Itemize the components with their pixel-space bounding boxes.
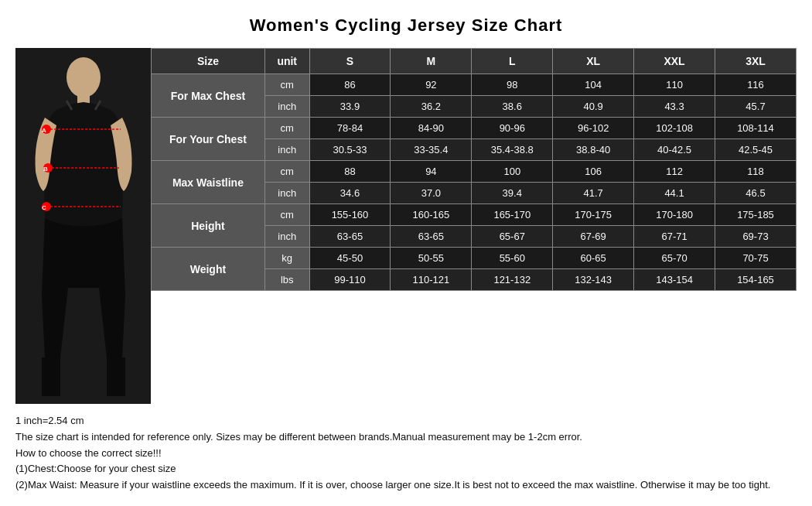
- unit-cell-1-0: cm: [264, 118, 309, 139]
- data-cell-2-1-1: 37.0: [391, 183, 472, 204]
- data-cell-0-1-3: 40.9: [553, 96, 634, 118]
- data-cell-4-0-5: 70-75: [715, 248, 797, 269]
- data-cell-1-1-5: 42.5-45: [715, 139, 797, 161]
- data-cell-4-1-2: 121-132: [472, 269, 553, 291]
- data-cell-0-0-2: 98: [472, 74, 553, 96]
- data-cell-0-0-1: 92: [391, 74, 472, 96]
- header-l: L: [472, 49, 553, 74]
- header-xl: XL: [553, 49, 634, 74]
- row-label-2: Max Waistline: [152, 161, 265, 204]
- unit-cell-4-1: lbs: [264, 269, 309, 291]
- row-label-1: For Your Chest: [152, 118, 265, 161]
- data-cell-4-0-3: 60-65: [553, 248, 634, 269]
- data-cell-1-0-5: 108-114: [715, 118, 797, 139]
- data-cell-1-1-3: 38.8-40: [553, 139, 634, 161]
- data-cell-0-1-4: 43.3: [634, 96, 715, 118]
- unit-cell-2-0: cm: [264, 161, 309, 183]
- data-cell-2-0-5: 118: [715, 161, 797, 183]
- header-s: S: [309, 49, 391, 74]
- data-cell-4-1-4: 143-154: [634, 269, 715, 291]
- data-cell-3-1-3: 67-69: [553, 226, 634, 248]
- size-table: Size unit S M L XL XXL 3XL For Max Chest…: [151, 48, 797, 291]
- note-line: (2)Max Waist: Measure if your waistline …: [15, 477, 797, 494]
- data-cell-4-1-5: 154-165: [715, 269, 797, 291]
- data-cell-0-0-3: 104: [553, 74, 634, 96]
- data-cell-4-1-0: 99-110: [309, 269, 391, 291]
- data-cell-0-1-0: 33.9: [309, 96, 391, 118]
- unit-cell-0-1: inch: [264, 96, 309, 118]
- data-cell-3-1-2: 65-67: [472, 226, 553, 248]
- data-cell-2-0-3: 106: [553, 161, 634, 183]
- unit-cell-3-0: cm: [264, 204, 309, 226]
- note-line: How to choose the correct size!!!: [15, 446, 797, 462]
- data-cell-3-1-5: 69-73: [715, 226, 797, 248]
- data-cell-3-0-5: 175-185: [715, 204, 797, 226]
- data-cell-4-1-1: 110-121: [391, 269, 472, 291]
- svg-text:C: C: [42, 204, 46, 211]
- data-cell-2-0-0: 88: [309, 161, 391, 183]
- data-cell-3-0-2: 165-170: [472, 204, 553, 226]
- page-title: Women's Cycling Jersey Size Chart: [15, 15, 797, 36]
- model-image: A B C: [15, 48, 151, 404]
- svg-text:A: A: [42, 127, 46, 134]
- svg-point-1: [67, 57, 101, 97]
- note-line: The size chart is intended for reference…: [15, 429, 797, 446]
- data-cell-4-0-4: 65-70: [634, 248, 715, 269]
- unit-cell-2-1: inch: [264, 183, 309, 204]
- data-cell-2-0-2: 100: [472, 161, 553, 183]
- data-cell-3-1-0: 63-65: [309, 226, 391, 248]
- data-cell-1-1-4: 40-42.5: [634, 139, 715, 161]
- unit-cell-4-0: kg: [264, 248, 309, 269]
- row-label-3: Height: [152, 204, 265, 248]
- data-cell-2-1-5: 46.5: [715, 183, 797, 204]
- data-cell-2-0-1: 94: [391, 161, 472, 183]
- data-cell-1-0-3: 96-102: [553, 118, 634, 139]
- header-3xl: 3XL: [715, 49, 797, 74]
- data-cell-1-0-1: 84-90: [391, 118, 472, 139]
- data-cell-3-0-3: 170-175: [553, 204, 634, 226]
- data-cell-0-1-1: 36.2: [391, 96, 472, 118]
- data-cell-0-1-2: 38.6: [472, 96, 553, 118]
- note-line: (1)Chest:Choose for your chest size: [15, 461, 797, 477]
- unit-cell-3-1: inch: [264, 226, 309, 248]
- note-line: 1 inch=2.54 cm: [15, 413, 797, 429]
- data-cell-2-0-4: 112: [634, 161, 715, 183]
- data-cell-0-0-5: 116: [715, 74, 797, 96]
- header-xxl: XXL: [634, 49, 715, 74]
- svg-text:B: B: [43, 166, 48, 173]
- svg-rect-5: [42, 357, 60, 396]
- header-m: M: [391, 49, 472, 74]
- data-cell-1-1-1: 33-35.4: [391, 139, 472, 161]
- data-cell-2-1-3: 41.7: [553, 183, 634, 204]
- data-cell-4-0-2: 55-60: [472, 248, 553, 269]
- unit-cell-1-1: inch: [264, 139, 309, 161]
- data-cell-3-0-0: 155-160: [309, 204, 391, 226]
- header-size: Size: [152, 49, 265, 74]
- data-cell-2-1-0: 34.6: [309, 183, 391, 204]
- data-cell-3-0-4: 170-180: [634, 204, 715, 226]
- data-cell-1-1-0: 30.5-33: [309, 139, 391, 161]
- data-cell-4-0-0: 45-50: [309, 248, 391, 269]
- unit-cell-0-0: cm: [264, 74, 309, 96]
- data-cell-1-0-4: 102-108: [634, 118, 715, 139]
- data-cell-4-1-3: 132-143: [553, 269, 634, 291]
- data-cell-2-1-4: 44.1: [634, 183, 715, 204]
- data-cell-0-0-4: 110: [634, 74, 715, 96]
- data-cell-0-0-0: 86: [309, 74, 391, 96]
- data-cell-0-1-5: 45.7: [715, 96, 797, 118]
- data-cell-3-1-4: 67-71: [634, 226, 715, 248]
- notes-section: 1 inch=2.54 cmThe size chart is intended…: [15, 413, 797, 494]
- data-cell-1-1-2: 35.4-38.8: [472, 139, 553, 161]
- data-cell-3-0-1: 160-165: [391, 204, 472, 226]
- data-cell-1-0-0: 78-84: [309, 118, 391, 139]
- data-cell-2-1-2: 39.4: [472, 183, 553, 204]
- data-cell-3-1-1: 63-65: [391, 226, 472, 248]
- row-label-4: Weight: [152, 248, 265, 291]
- header-unit: unit: [264, 49, 309, 74]
- svg-rect-6: [107, 357, 125, 396]
- data-cell-4-0-1: 50-55: [391, 248, 472, 269]
- row-label-0: For Max Chest: [152, 74, 265, 118]
- data-cell-1-0-2: 90-96: [472, 118, 553, 139]
